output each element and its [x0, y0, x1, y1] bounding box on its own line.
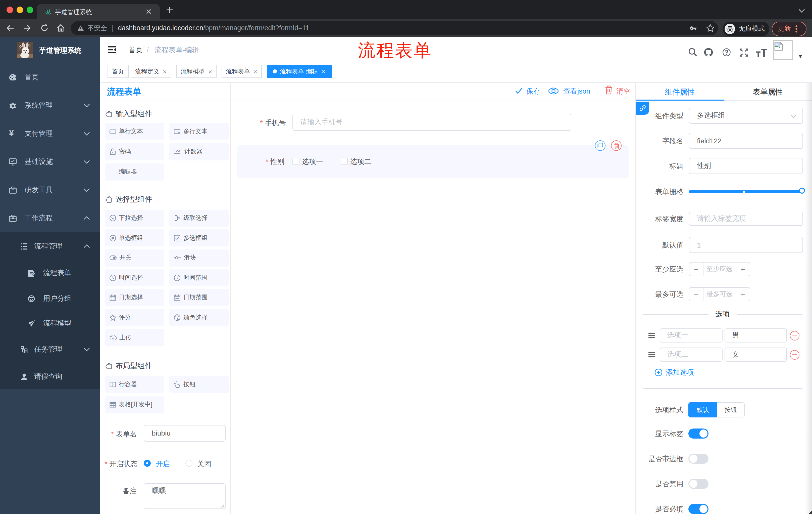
svg-text:123: 123: [174, 148, 180, 153]
